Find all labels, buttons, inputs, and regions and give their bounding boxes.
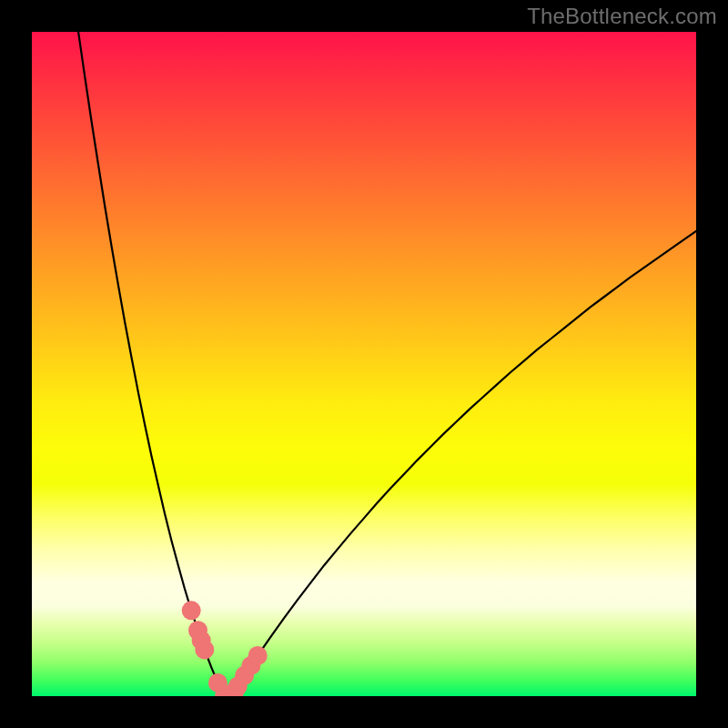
chart-svg	[32, 32, 696, 696]
curve-markers	[182, 601, 268, 696]
curve-marker	[195, 640, 214, 659]
bottleneck-curve	[78, 32, 696, 696]
curve-marker	[182, 601, 201, 620]
chart-frame: TheBottleneck.com	[0, 0, 728, 728]
chart-plot-area	[32, 32, 696, 696]
watermark-text: TheBottleneck.com	[527, 4, 717, 29]
curve-marker	[248, 646, 268, 665]
